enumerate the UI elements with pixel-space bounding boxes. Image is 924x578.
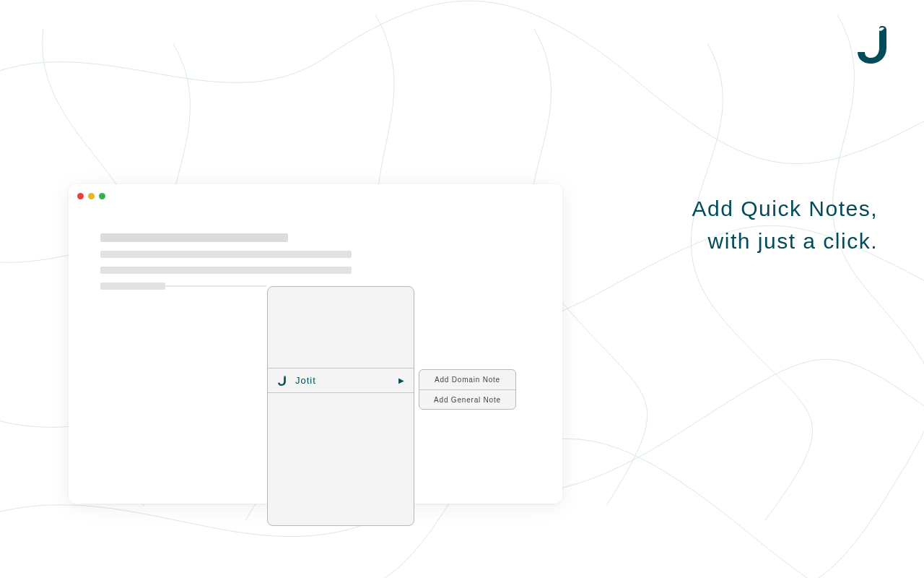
jotit-icon — [278, 376, 287, 386]
window-maximize-icon[interactable] — [99, 193, 105, 199]
window-minimize-icon[interactable] — [88, 193, 95, 199]
context-submenu: Add Domain Note Add General Note — [419, 369, 516, 410]
submenu-arrow-icon: ▶ — [398, 376, 405, 384]
tagline-line1: Add Quick Notes, — [692, 192, 878, 225]
tagline: Add Quick Notes, with just a click. — [692, 192, 878, 257]
window-close-icon[interactable] — [77, 193, 84, 199]
skeleton-line — [100, 233, 288, 242]
context-menu: Jotit ▶ — [267, 286, 414, 526]
skeleton-line — [100, 267, 352, 274]
page-content — [69, 202, 562, 290]
context-menu-placeholder — [268, 393, 414, 525]
tagline-line2: with just a click. — [692, 225, 878, 257]
skeleton-line — [100, 251, 352, 258]
context-menu-item-jotit[interactable]: Jotit ▶ — [268, 368, 414, 393]
window-titlebar — [69, 184, 562, 202]
context-menu-placeholder — [268, 287, 414, 368]
brand-logo — [858, 26, 889, 64]
context-menu-item-label: Jotit — [295, 375, 316, 386]
submenu-item-label: Add General Note — [434, 396, 501, 404]
submenu-item-add-domain-note[interactable]: Add Domain Note — [419, 370, 515, 389]
submenu-item-add-general-note[interactable]: Add General Note — [419, 389, 515, 409]
submenu-item-label: Add Domain Note — [435, 376, 500, 384]
